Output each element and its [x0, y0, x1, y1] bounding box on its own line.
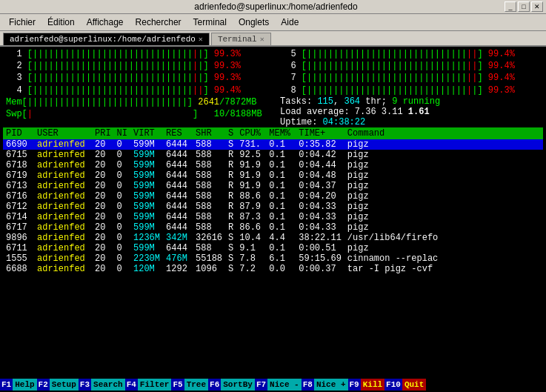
- cpu-row-5: 5 [||||||||||||||||||||||||||||||||] 99.…: [280, 48, 543, 60]
- f9-num: F9: [348, 379, 361, 391]
- window-controls: _ □ ✕: [505, 1, 543, 12]
- col-user: USER: [34, 127, 92, 139]
- cpu-row-8: 8 [||||||||||||||||||||||||||||||||] 99.…: [280, 84, 543, 96]
- pid-cell: 6690: [3, 139, 34, 150]
- f5-label: Tree: [184, 379, 208, 391]
- f10-key[interactable]: F10 Quit: [384, 377, 426, 392]
- tab-bar: adrienfedo@superlinux:/home/adrienfedo ✕…: [0, 31, 546, 47]
- table-row[interactable]: 9896adrienfed 200 1236M342M32616S 10.44.…: [3, 233, 543, 243]
- f9-key[interactable]: F9 Kill: [348, 377, 385, 392]
- mem-cell: 0.1: [266, 139, 296, 150]
- function-bar: F1 Help F2 Setup F3 Search F4 Filter F5 …: [0, 377, 546, 392]
- table-row[interactable]: 6714adrienfed 200 599M6444588R 87.30.10:…: [3, 212, 543, 222]
- f3-label: Search: [91, 379, 125, 391]
- tab-terminal[interactable]: Terminal ✕: [211, 33, 271, 45]
- res-cell: 6444: [163, 139, 193, 150]
- f3-key[interactable]: F3 Search: [79, 377, 125, 392]
- right-cpu-panel: 5 [||||||||||||||||||||||||||||||||] 99.…: [277, 48, 543, 127]
- virt-cell: 599M: [130, 139, 163, 150]
- f6-num: F6: [208, 379, 221, 391]
- process-table: PID USER PRI NI VIRT RES SHR S CPU% MEM%…: [3, 127, 543, 274]
- terminal-content: 1 [||||||||||||||||||||||||||||||||] 99.…: [0, 47, 546, 372]
- f7-num: F7: [255, 379, 267, 391]
- f4-label: Filter: [138, 379, 172, 391]
- window-title: adrienfedo@superlinux:/home/adrienfedo: [47, 1, 505, 12]
- minimize-button[interactable]: _: [505, 1, 516, 12]
- table-row[interactable]: 6716adrienfed 200 599M6444588R 88.60.10:…: [3, 191, 543, 202]
- col-pid: PID: [3, 127, 34, 139]
- ni-cell: 0: [114, 139, 130, 150]
- pri-cell: 20: [92, 139, 114, 150]
- f8-label: Nice +: [314, 379, 348, 391]
- shr-cell: 588: [193, 139, 225, 150]
- f6-key[interactable]: F6 SortBy: [208, 377, 255, 392]
- menu-affichage[interactable]: Affichage: [81, 16, 130, 29]
- maximize-button[interactable]: □: [518, 1, 530, 12]
- table-row[interactable]: 6719adrienfed 200 599M6444588R 91.90.10:…: [3, 170, 543, 181]
- f1-label: Help: [13, 379, 36, 391]
- close-button[interactable]: ✕: [531, 1, 543, 12]
- table-row[interactable]: 6712adrienfed 200 599M6444588R 87.90.10:…: [3, 202, 543, 212]
- f1-key[interactable]: F1 Help: [0, 377, 37, 392]
- f8-num: F8: [302, 379, 314, 391]
- f5-key[interactable]: F5 Tree: [171, 377, 208, 392]
- f6-label: SortBy: [221, 379, 255, 391]
- cpu-row-7: 7 [||||||||||||||||||||||||||||||||] 99.…: [280, 72, 543, 84]
- table-row[interactable]: 6713adrienfed 200 599M6444588R 91.90.10:…: [3, 181, 543, 191]
- tasks-line: Tasks: 115, 364 thr; 9 running: [280, 96, 543, 107]
- cpu-row-6: 6 [||||||||||||||||||||||||||||||||] 99.…: [280, 60, 543, 72]
- uptime-line: Uptime: 04:38:22: [280, 117, 543, 127]
- s-cell: S: [225, 139, 236, 150]
- process-table-header: PID USER PRI NI VIRT RES SHR S CPU% MEM%…: [3, 127, 543, 139]
- col-virt: VIRT: [130, 127, 163, 139]
- col-mem: MEM%: [266, 127, 296, 139]
- menu-rechercher[interactable]: Rechercher: [130, 16, 187, 29]
- f10-num: F10: [384, 379, 402, 391]
- menu-onglets[interactable]: Onglets: [233, 16, 275, 29]
- table-row[interactable]: 6718adrienfed 200 599M6444588R 91.90.10:…: [3, 160, 543, 170]
- time-cell: 0:35.82: [296, 139, 344, 150]
- table-row[interactable]: 6711adrienfed 200 599M6444588S 9.10.10:0…: [3, 243, 543, 253]
- left-cpu-panel: 1 [||||||||||||||||||||||||||||||||] 99.…: [3, 48, 277, 127]
- swp-row: Swp[| ] 10/8188MB: [6, 108, 277, 120]
- cpu-row-3: 3 [||||||||||||||||||||||||||||||||] 99.…: [6, 72, 277, 84]
- f7-key[interactable]: F7 Nice -: [255, 377, 302, 392]
- tab-active[interactable]: adrienfedo@superlinux:/home/adrienfedo ✕: [3, 33, 210, 45]
- menu-aide[interactable]: Aide: [275, 16, 304, 29]
- table-row[interactable]: 6715 adrienfed 200 599M6444588R 92.50.10…: [3, 150, 543, 160]
- user-cell: adrienfed: [34, 150, 92, 160]
- menu-fichier[interactable]: Fichier: [3, 16, 41, 29]
- menu-edition[interactable]: Édition: [41, 16, 81, 29]
- table-row[interactable]: 6717adrienfed 200 599M6444588R 86.60.10:…: [3, 222, 543, 233]
- menu-terminal[interactable]: Terminal: [187, 16, 233, 29]
- menu-bar: Fichier Édition Affichage Rechercher Ter…: [0, 14, 546, 31]
- cpu-row-2: 2 [||||||||||||||||||||||||||||||||] 99.…: [6, 60, 277, 72]
- title-bar: adrienfedo@superlinux:/home/adrienfedo _…: [0, 0, 546, 14]
- col-res: RES: [163, 127, 193, 139]
- mem-row: Mem[||||||||||||||||||||||||||||||] 2641…: [6, 96, 277, 108]
- tab-active-label: adrienfedo@superlinux:/home/adrienfedo: [10, 35, 196, 44]
- cpu-row-1: 1 [||||||||||||||||||||||||||||||||] 99.…: [6, 48, 277, 60]
- tab-terminal-close[interactable]: ✕: [260, 35, 264, 44]
- process-table-body: 6690 adrienfed 20 0 599M 6444 588 S 731.…: [3, 139, 543, 274]
- cmd-cell: pigz: [344, 139, 543, 150]
- f8-key[interactable]: F8 Nice +: [302, 377, 348, 392]
- f1-num: F1: [0, 379, 13, 391]
- tab-terminal-label: Terminal: [218, 35, 257, 44]
- col-shr: SHR: [193, 127, 225, 139]
- table-row[interactable]: 6690 adrienfed 20 0 599M 6444 588 S 731.…: [3, 139, 543, 150]
- tab-active-close[interactable]: ✕: [199, 35, 203, 44]
- table-row[interactable]: 1555adrienfed 200 2230M476M55188S 7.86.1…: [3, 253, 543, 264]
- f2-key[interactable]: F2 Setup: [37, 377, 79, 392]
- table-row[interactable]: 6688adrienfed 200 120M12921096S 7.20.00:…: [3, 264, 543, 274]
- col-cpu: CPU%: [236, 127, 266, 139]
- pid-cell: 6715: [3, 150, 34, 160]
- f3-num: F3: [79, 379, 91, 391]
- f2-num: F2: [37, 379, 50, 391]
- f7-label: Nice -: [267, 379, 302, 391]
- f5-num: F5: [171, 379, 184, 391]
- f4-key[interactable]: F4 Filter: [125, 377, 172, 392]
- cpu-cell: 731.: [236, 139, 266, 150]
- col-ni: NI: [114, 127, 130, 139]
- col-s: S: [225, 127, 236, 139]
